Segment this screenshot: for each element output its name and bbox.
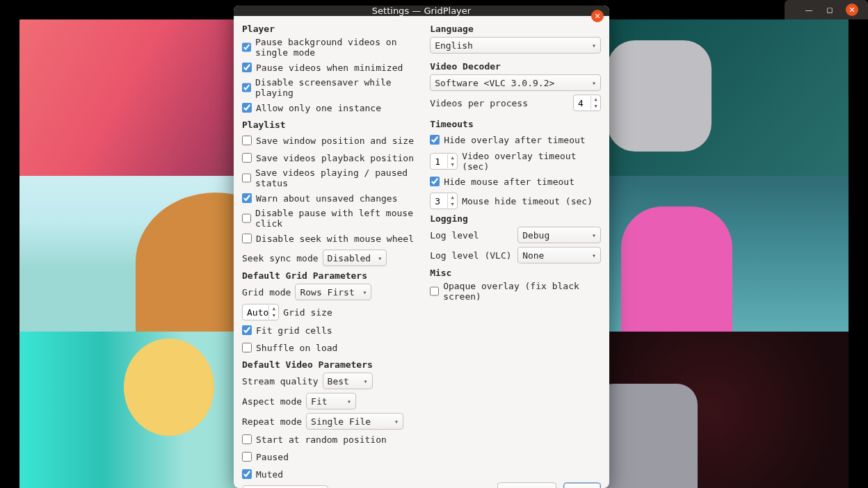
checkbox[interactable] [242, 452, 252, 462]
section-player: Player [242, 24, 421, 34]
check-save-playback[interactable]: Save videos playback position [242, 150, 421, 165]
label: Stream quality [242, 376, 319, 387]
video-tile[interactable] [572, 332, 849, 488]
log-level-row: Log level Debug [430, 227, 601, 243]
check-hide-overlay[interactable]: Hide overlay after timeout [430, 132, 601, 147]
minimize-icon[interactable]: — [804, 5, 814, 15]
stepper-arrows-icon[interactable]: ▲▼ [590, 96, 600, 110]
checkbox[interactable] [242, 325, 252, 335]
checkbox[interactable] [242, 103, 252, 113]
mouse-timeout-stepper[interactable]: 3 ▲▼ [430, 193, 458, 209]
maximize-icon[interactable]: ◻ [825, 5, 835, 15]
section-language: Language [430, 24, 601, 34]
checkbox[interactable] [242, 469, 252, 479]
label: Seek sync mode [242, 253, 319, 263]
settings-dialog: Settings — GridPlayer ✕ Player Pause bac… [234, 6, 609, 488]
seek-sync-select[interactable]: Disabled [323, 250, 387, 266]
checkbox[interactable] [242, 173, 251, 183]
checkbox[interactable] [242, 136, 252, 145]
video-tile[interactable] [572, 19, 849, 176]
checkbox[interactable] [242, 343, 252, 352]
checkbox[interactable] [242, 42, 251, 52]
settings-right-column: Language English Video Decoder Software … [430, 22, 601, 488]
label: Aspect mode [242, 396, 302, 407]
video-tile[interactable] [572, 176, 849, 332]
label: Save videos playing / paused status [255, 168, 421, 188]
language-select[interactable]: English [430, 37, 601, 54]
check-warn-unsaved[interactable]: Warn about unsaved changes [242, 190, 421, 206]
label: Start at random position [256, 434, 387, 445]
aspect-mode-select[interactable]: Fit [306, 393, 356, 409]
label: Log level [430, 230, 513, 241]
checkbox[interactable] [242, 83, 251, 92]
app-close-icon[interactable]: ✕ [846, 3, 858, 16]
checkbox[interactable] [242, 234, 252, 243]
label: Video overlay timeout (sec) [462, 151, 601, 172]
check-save-status[interactable]: Save videos playing / paused status [242, 168, 421, 188]
ok-button[interactable]: OK [563, 482, 601, 488]
section-timeouts: Timeouts [430, 119, 601, 129]
log-level-select[interactable]: Debug [517, 227, 601, 243]
overlay-timeout-stepper[interactable]: 1 ▲▼ [430, 153, 458, 170]
check-one-instance[interactable]: Allow only one instance [242, 100, 421, 115]
dialog-footer-buttons: Cancel OK [430, 482, 601, 488]
label: Fit grid cells [256, 325, 332, 336]
dialog-close-icon[interactable]: ✕ [591, 10, 604, 22]
grid-size-stepper[interactable]: Auto ▲▼ [242, 304, 279, 320]
repeat-mode-select[interactable]: Single File [306, 413, 403, 430]
check-disable-pause-click[interactable]: Disable pause with left mouse click [242, 208, 421, 229]
checkbox[interactable] [242, 193, 252, 203]
check-pause-bg[interactable]: Pause background videos on single mode [242, 37, 421, 58]
open-log-button[interactable]: Open log file [242, 485, 328, 488]
check-save-window[interactable]: Save window position and size [242, 133, 421, 148]
settings-left-column: Player Pause background videos on single… [242, 22, 421, 488]
label: Repeat mode [242, 416, 302, 427]
label: Videos per process [430, 98, 569, 108]
checkbox[interactable] [242, 213, 251, 223]
label: Opaque overlay (fix black screen) [443, 281, 601, 302]
label: Grid mode [242, 287, 291, 298]
check-pause-min[interactable]: Pause videos when minimized [242, 60, 421, 75]
log-level-vlc-select[interactable]: None [517, 247, 601, 263]
section-misc: Misc [430, 268, 601, 278]
aspect-mode-row: Aspect mode Fit [242, 393, 421, 409]
label: Warn about unsaved changes [256, 193, 398, 204]
dialog-title: Settings — GridPlayer [372, 6, 471, 16]
checkbox[interactable] [242, 434, 252, 444]
grid-mode-select[interactable]: Rows First [295, 284, 371, 300]
check-random-pos[interactable]: Start at random position [242, 432, 421, 447]
stream-quality-row: Stream quality Best [242, 373, 421, 389]
checkbox[interactable] [430, 177, 440, 186]
label: Pause background videos on single mode [255, 37, 421, 58]
dialog-titlebar[interactable]: Settings — GridPlayer ✕ [234, 6, 609, 16]
check-muted[interactable]: Muted [242, 466, 421, 482]
label: Save videos playback position [256, 153, 414, 163]
checkbox[interactable] [430, 286, 439, 296]
stepper-value: 4 [578, 98, 590, 108]
grid-mode-row: Grid mode Rows First [242, 284, 421, 300]
videos-per-process-stepper[interactable]: 4 ▲▼ [573, 95, 601, 111]
check-opaque-overlay[interactable]: Opaque overlay (fix black screen) [430, 281, 601, 302]
section-playlist: Playlist [242, 120, 421, 130]
checkbox[interactable] [242, 153, 252, 163]
check-hide-mouse[interactable]: Hide mouse after timeout [430, 174, 601, 189]
stepper-arrows-icon[interactable]: ▲▼ [447, 154, 457, 168]
stepper-arrows-icon[interactable]: ▲▼ [447, 194, 457, 208]
label: Shuffle on load [256, 343, 337, 353]
stepper-arrows-icon[interactable]: ▲▼ [268, 305, 278, 319]
checkbox[interactable] [430, 135, 440, 145]
stream-quality-select[interactable]: Best [323, 373, 373, 389]
checkbox[interactable] [242, 63, 252, 72]
decoder-select[interactable]: Software <VLC 3.0.9.2> [430, 74, 601, 91]
label: Pause videos when minimized [256, 63, 403, 73]
check-shuffle[interactable]: Shuffle on load [242, 340, 421, 355]
label: Paused [256, 452, 289, 462]
check-paused[interactable]: Paused [242, 449, 421, 464]
check-disable-ss[interactable]: Disable screensaver while playing [242, 77, 421, 98]
check-disable-seek-wheel[interactable]: Disable seek with mouse wheel [242, 231, 421, 246]
app-window-controls: — ◻ ✕ [785, 0, 868, 19]
label: Allow only one instance [256, 103, 381, 113]
overlay-timeout-row: 1 ▲▼ Video overlay timeout (sec) [430, 151, 601, 172]
check-fit-cells[interactable]: Fit grid cells [242, 323, 421, 338]
cancel-button[interactable]: Cancel [497, 482, 556, 488]
